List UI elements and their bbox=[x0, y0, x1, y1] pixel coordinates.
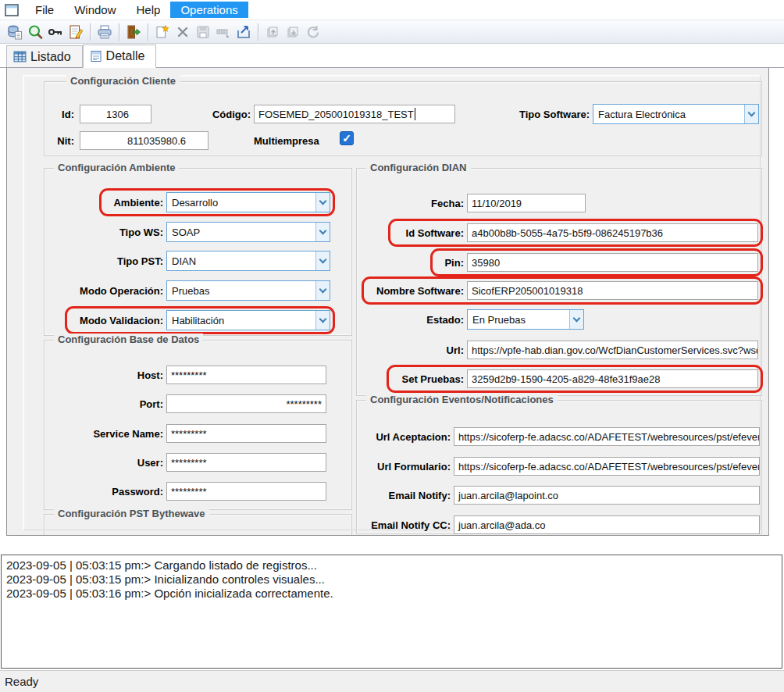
set-pruebas-field[interactable]: 3259d2b9-1590-4205-a829-48fe31f9ae28 bbox=[467, 369, 758, 388]
multiempresa-label: Multiempresa bbox=[254, 135, 319, 147]
port-label: Port: bbox=[54, 398, 163, 410]
fieldset-title: Configuración PST Bythewave bbox=[54, 508, 209, 519]
codigo-label: Código: bbox=[201, 109, 251, 120]
nombre-software-field[interactable]: SicofERP205001019318 bbox=[467, 281, 758, 300]
password-field[interactable]: ********* bbox=[166, 482, 326, 501]
fieldset-dian: Configuración DIAN Fecha: 11/10/2019 Id … bbox=[356, 168, 762, 396]
fieldset-title: Configuración Cliente bbox=[66, 75, 180, 87]
pages-up-icon bbox=[262, 22, 282, 41]
modo-operacion-row: Modo Operación: Pruebas bbox=[54, 280, 330, 301]
fieldset-ambiente: Configuración Ambiente Ambiente: Desarro… bbox=[44, 168, 352, 336]
chevron-down-icon[interactable] bbox=[315, 251, 330, 270]
estado-row: Estado: En Pruebas bbox=[366, 309, 758, 330]
edit-note-icon[interactable] bbox=[66, 22, 85, 41]
key-icon[interactable] bbox=[45, 22, 65, 41]
log-line: 2023-09-05 | 05:03:16 pm:> Opción inicia… bbox=[6, 587, 777, 601]
nombre-software-label: Nombre Software: bbox=[366, 285, 464, 297]
chevron-down-icon[interactable] bbox=[315, 223, 330, 241]
fieldset-title: Configuración DIAN bbox=[366, 162, 471, 173]
url-formulario-field[interactable]: https://sicoferp-fe.adacsc.co/ADAFETEST/… bbox=[454, 457, 760, 476]
url-field[interactable]: https://vpfe-hab.dian.gov.co/WcfDianCust… bbox=[467, 341, 758, 359]
window-icon bbox=[5, 4, 19, 16]
set-pruebas-row: Set Pruebas: 3259d2b9-1590-4205-a829-48f… bbox=[366, 369, 758, 389]
multiempresa-checkbox[interactable]: ✓ bbox=[340, 131, 354, 145]
url-formulario-label: Url Formulario: bbox=[366, 461, 451, 473]
menu-window[interactable]: Window bbox=[64, 2, 126, 18]
log-console[interactable]: 2023-09-05 | 05:03:15 pm:> Cargando list… bbox=[1, 555, 782, 669]
tab-detalle[interactable]: Detalle bbox=[83, 45, 157, 68]
fieldset-title: Configuración Ambiente bbox=[54, 162, 179, 173]
modo-validacion-select[interactable]: Habilitación bbox=[166, 310, 330, 330]
url-label: Url: bbox=[366, 344, 464, 356]
toolbar-separator bbox=[90, 23, 91, 41]
tipo-software-select[interactable]: Factura Electrónica bbox=[593, 104, 759, 124]
tab-label: Listado bbox=[30, 50, 71, 64]
chevron-down-icon[interactable] bbox=[744, 105, 758, 123]
chevron-down-icon[interactable] bbox=[315, 311, 330, 330]
host-row: Host: ********* bbox=[54, 365, 326, 385]
menu-file[interactable]: File bbox=[25, 2, 64, 18]
database-search-icon[interactable] bbox=[5, 22, 24, 41]
print-icon[interactable] bbox=[94, 22, 114, 41]
tipo-pst-select[interactable]: DIAN bbox=[166, 251, 330, 271]
url-aceptacion-field[interactable]: https://sicoferp-fe.adacsc.co/ADAFETEST/… bbox=[454, 427, 760, 446]
pin-field[interactable]: 35980 bbox=[467, 253, 758, 272]
user-row: User: ********* bbox=[54, 452, 326, 473]
menu-operations[interactable]: Operations bbox=[170, 2, 248, 18]
tipo-software-label: Tipo Software: bbox=[480, 109, 590, 120]
log-line: 2023-09-05 | 05:03:15 pm:> Inicializando… bbox=[6, 573, 777, 587]
status-bar: Ready bbox=[0, 670, 784, 692]
email-notify-cc-field[interactable]: juan.arcila@ada.co bbox=[454, 515, 760, 534]
chevron-down-icon[interactable] bbox=[315, 281, 330, 300]
toolbar-separator bbox=[148, 23, 148, 41]
ambiente-row: Ambiente: Desarrollo bbox=[54, 192, 330, 212]
user-field[interactable]: ********* bbox=[166, 453, 326, 472]
email-notify-field[interactable]: juan.arcila@lapoint.co bbox=[454, 486, 760, 505]
password-label: Password: bbox=[54, 486, 163, 498]
tipo-ws-label: Tipo WS: bbox=[54, 227, 163, 238]
id-software-row: Id Software: a4b00b8b-5055-4a75-b5f9-086… bbox=[366, 223, 758, 243]
modo-validacion-label: Modo Validacion: bbox=[54, 315, 163, 326]
fieldset-pst-bythewave: Configuración PST Bythewave bbox=[44, 514, 352, 536]
modo-operacion-select[interactable]: Pruebas bbox=[166, 280, 330, 301]
nit-field[interactable]: 811035980.6 bbox=[80, 131, 208, 150]
id-software-label: Id Software: bbox=[366, 227, 464, 239]
table-grid-icon bbox=[13, 50, 27, 63]
ambiente-select[interactable]: Desarrollo bbox=[166, 192, 330, 212]
chevron-down-icon[interactable] bbox=[315, 193, 330, 212]
estado-select[interactable]: En Pruebas bbox=[467, 309, 584, 330]
fieldset-title: Configuración Eventos/Notificaciones bbox=[366, 394, 558, 405]
delete-icon[interactable] bbox=[173, 22, 192, 41]
host-field[interactable]: ********* bbox=[166, 366, 326, 384]
url-aceptacion-row: Url Aceptacion: https://sicoferp-fe.adac… bbox=[366, 426, 760, 447]
service-name-label: Service Name: bbox=[54, 428, 163, 440]
codigo-field[interactable]: FOSEMED_205001019318_TEST bbox=[254, 105, 455, 123]
app-window: File Window Help Operations bbox=[0, 0, 784, 692]
port-field[interactable]: ********* bbox=[166, 394, 326, 413]
email-notify-label: Email Notify: bbox=[366, 490, 451, 501]
tipo-ws-select[interactable]: SOAP bbox=[166, 222, 330, 242]
id-field[interactable]: 1306 bbox=[80, 105, 151, 123]
service-name-field[interactable]: ********* bbox=[166, 424, 326, 443]
refresh-icon bbox=[303, 22, 323, 41]
fecha-field[interactable]: 11/10/2019 bbox=[467, 194, 586, 212]
menu-help[interactable]: Help bbox=[127, 2, 171, 18]
fecha-label: Fecha: bbox=[366, 198, 464, 209]
ambiente-label: Ambiente: bbox=[54, 197, 163, 209]
tipo-ws-row: Tipo WS: SOAP bbox=[54, 222, 330, 242]
host-label: Host: bbox=[54, 369, 163, 381]
toolbar-separator bbox=[119, 23, 119, 41]
detail-page-icon bbox=[90, 50, 102, 62]
new-record-icon[interactable] bbox=[152, 22, 172, 41]
export-icon[interactable] bbox=[233, 22, 253, 41]
tab-label: Detalle bbox=[106, 49, 145, 63]
id-software-field[interactable]: a4b00b8b-5055-4a75-b5f9-086245197b36 bbox=[467, 223, 758, 242]
email-notify-cc-row: Email Notify CC: juan.arcila@ada.co bbox=[366, 515, 760, 535]
search-refresh-icon[interactable] bbox=[25, 22, 45, 41]
chevron-down-icon[interactable] bbox=[569, 310, 583, 329]
tab-listado[interactable]: Listado bbox=[6, 45, 83, 67]
exit-door-icon[interactable] bbox=[123, 22, 143, 41]
service-name-row: Service Name: ********* bbox=[54, 423, 326, 444]
url-formulario-row: Url Formulario: https://sicoferp-fe.adac… bbox=[366, 456, 760, 476]
fieldset-title: Configuración Base de Datos bbox=[54, 334, 203, 345]
